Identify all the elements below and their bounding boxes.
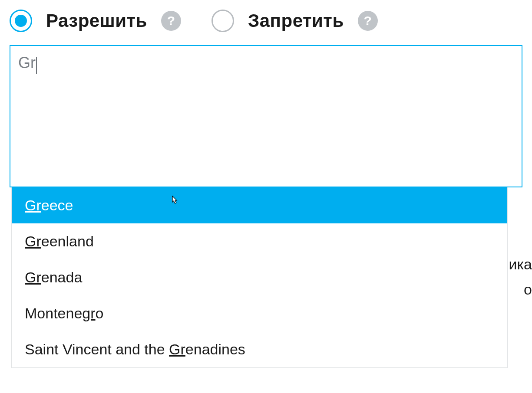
help-icon[interactable]: ? xyxy=(161,11,181,31)
autocomplete-dropdown: GreeceGreenlandGrenadaMontenegroSaint Vi… xyxy=(11,187,508,368)
dropdown-item-match: Gr xyxy=(25,233,41,249)
help-icon[interactable]: ? xyxy=(358,11,378,31)
dropdown-item[interactable]: Grenada xyxy=(12,259,507,295)
radio-deny-label: Запретить xyxy=(248,10,344,31)
country-search-input[interactable]: Gr xyxy=(10,45,522,187)
text-caret-icon xyxy=(36,57,37,74)
radio-deny[interactable] xyxy=(211,10,234,32)
dropdown-item-match: Gr xyxy=(169,341,185,357)
dropdown-item-text: eece xyxy=(41,197,73,213)
radio-allow-label: Разрешить xyxy=(46,10,147,31)
country-combobox: Gr GreeceGreenlandGrenadaMontenegroSaint… xyxy=(10,45,522,187)
dropdown-item[interactable]: Montenegro xyxy=(12,295,507,331)
dropdown-item-match: gr xyxy=(82,305,95,321)
dropdown-item-text: Montene xyxy=(25,305,82,321)
dropdown-item[interactable]: Saint Vincent and the Grenadines xyxy=(12,331,507,367)
dropdown-item-match: Gr xyxy=(25,197,41,213)
permission-radio-group: Разрешить ? Запретить ? xyxy=(10,10,522,32)
dropdown-item[interactable]: Greece xyxy=(12,187,507,223)
radio-option-allow: Разрешить ? xyxy=(10,10,181,32)
obscured-text-fragment: ика xyxy=(509,256,532,273)
dropdown-item-text: o xyxy=(96,305,104,321)
dropdown-item[interactable]: Greenland xyxy=(12,223,507,259)
radio-dot-icon xyxy=(15,15,27,27)
radio-allow[interactable] xyxy=(10,10,32,32)
dropdown-item-text: eenland xyxy=(41,233,94,249)
dropdown-item-match: Gr xyxy=(25,269,41,285)
search-query-text: Gr xyxy=(18,54,36,72)
obscured-text-fragment: о xyxy=(524,281,532,298)
dropdown-item-text: Saint Vincent and the xyxy=(25,341,169,357)
dropdown-item-text: enadines xyxy=(185,341,245,357)
radio-option-deny: Запретить ? xyxy=(211,10,378,32)
dropdown-item-text: enada xyxy=(41,269,83,285)
